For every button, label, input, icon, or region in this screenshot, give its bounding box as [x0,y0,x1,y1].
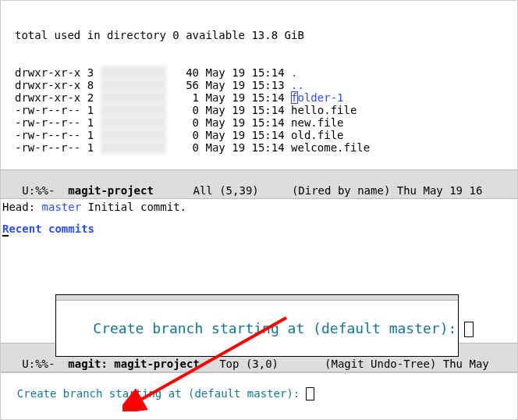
prompt-inset-zoom: Create branch starting at (default maste… [55,294,459,357]
branch-name[interactable]: master [42,201,82,213]
file-date: May 19 15:14 [205,91,284,104]
inset-prompt-text: Create branch starting at (default maste… [93,320,465,336]
modeline-pos: All (5,39) [154,184,292,197]
file-date: May 19 15:14 [205,104,284,116]
redacted-owner: xxxx xxxx [101,129,166,141]
head-label: Head: [2,201,42,213]
file-name[interactable]: . [291,66,297,79]
file-name[interactable]: old.file [291,129,343,141]
inset-top-border [56,295,458,301]
dired-pane: total used in directory 0 available 13.8… [1,1,517,169]
modeline-status: U:%%- [16,184,68,197]
dired-summary: total used in directory 0 available 13.8… [15,29,513,41]
dired-row[interactable]: -rw-r--r-- 1 xxxx xxxx 0 May 19 15:14 ol… [15,129,513,141]
magit-pane[interactable]: Head: master Initial commit. Recent comm… [1,199,517,246]
modeline-buffer: magit-project [68,184,154,197]
file-name[interactable]: hello.file [291,104,357,116]
file-name[interactable]: welcome.file [291,141,370,154]
magit-head-line: Head: master Initial commit. [2,201,516,213]
file-size: 1 [172,91,199,104]
commit-msg: Initial commit. [81,201,186,213]
modeline-time: Thu May [436,358,495,370]
file-date: May 19 15:13 [205,79,284,91]
file-perms: drwxr-xr-x 2 [15,91,94,104]
file-size: 40 [172,66,199,79]
redacted-owner: xxxx xxxx [101,116,166,129]
dired-row[interactable]: -rw-r--r-- 1 xxxx xxxx 0 May 19 15:14 we… [15,141,513,154]
dired-row[interactable]: -rw-r--r-- 1 xxxx xxxx 0 May 19 15:14 he… [15,104,513,116]
file-perms: -rw-r--r-- 1 [15,141,94,154]
redacted-owner: xxxx xxxx [101,141,166,154]
minibuffer-prompt: Create branch starting at (default maste… [17,387,307,400]
inset-content: Create branch starting at (default maste… [56,301,458,356]
dired-row[interactable]: -rw-r--r-- 1 xxxx xxxx 0 May 19 15:14 ne… [15,116,513,129]
recent-commits-section[interactable]: Recent commits [2,222,94,235]
modeline-dired: U:%%- magit-project All (5,39) (Dired by… [1,169,517,199]
file-date: May 19 15:14 [205,129,284,141]
dired-row[interactable]: drwxr-xr-x 3 xxxx xxxx 40 May 19 15:14 . [15,66,513,79]
redacted-owner: xxxx xxxx [101,104,166,116]
modeline-mode: (Magit Undo-Tree) [325,358,436,370]
dired-row[interactable]: drwxr-xr-x 8 xxxx xxxx 56 May 19 15:13 .… [15,79,513,91]
file-perms: -rw-r--r-- 1 [15,116,94,129]
file-name[interactable]: .. [291,79,304,91]
file-size: 0 [172,116,199,129]
minibuffer[interactable]: Create branch starting at (default maste… [1,372,517,401]
modeline-pos: Top (3,0) [200,358,325,370]
file-perms: -rw-r--r-- 1 [15,129,94,141]
file-size: 0 [172,141,199,154]
file-date: May 19 15:14 [205,141,284,154]
dired-row[interactable]: drwxr-xr-x 2 xxxx xxxx 1 May 19 15:14 fo… [15,91,513,104]
redacted-owner: xxxx xxxx [101,79,166,91]
file-perms: -rw-r--r-- 1 [15,104,94,116]
modeline-status: U:%%- [16,358,68,370]
cursor-block-icon [307,388,314,400]
file-size: 0 [172,104,199,116]
redacted-owner: xxxx xxxx [101,66,166,79]
file-size: 0 [172,129,199,141]
file-date: May 19 15:14 [205,116,284,129]
cursor-block-icon [465,322,473,336]
modeline-buffer: magit: magit-project [68,358,200,370]
modeline-mode: (Dired by name) [292,184,390,197]
file-name[interactable]: folder-1 [291,91,343,104]
file-date: May 19 15:14 [205,66,284,79]
modeline-time: Thu May 19 16 [390,184,482,197]
file-perms: drwxr-xr-x 8 [15,79,94,91]
file-name[interactable]: new.file [291,116,343,129]
file-perms: drwxr-xr-x 3 [15,66,94,79]
redacted-owner: xxxx xxxx [101,91,166,104]
file-size: 56 [172,79,199,91]
